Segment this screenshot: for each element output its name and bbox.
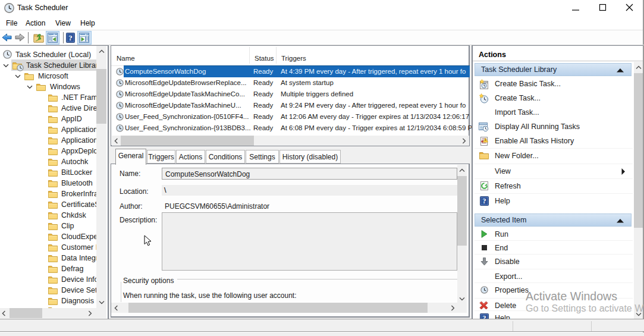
- svg-text:?: ?: [68, 33, 73, 42]
- svg-text:?: ?: [483, 197, 486, 205]
